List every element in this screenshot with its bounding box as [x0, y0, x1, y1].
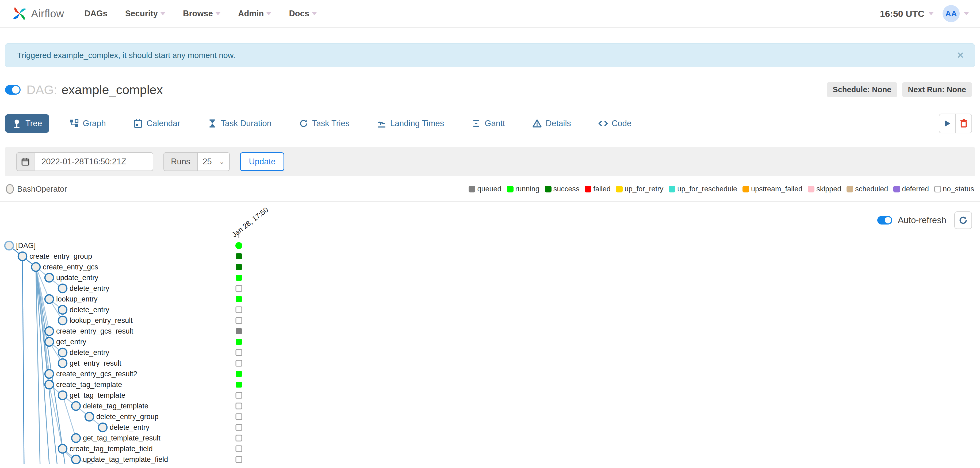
base-date-input[interactable]: [34, 152, 153, 171]
status-swatch-icon: [585, 186, 591, 192]
tree-node[interactable]: [45, 370, 54, 378]
tree-node[interactable]: [58, 316, 67, 325]
task-status-square[interactable]: [236, 403, 242, 409]
tree-node[interactable]: [45, 273, 54, 282]
task-status-square[interactable]: [236, 307, 242, 313]
tree-node[interactable]: [72, 402, 80, 410]
status-label: scheduled: [855, 185, 888, 193]
dag-actions: [939, 114, 972, 133]
task-status-square[interactable]: [236, 339, 242, 345]
trash-icon: [959, 119, 968, 128]
task-status-square[interactable]: [236, 317, 242, 324]
nav-item-dags[interactable]: DAGs: [84, 9, 108, 19]
tab-tree[interactable]: Tree: [5, 114, 49, 133]
task-name-label: get_entry_result: [70, 359, 121, 367]
schedule-badge[interactable]: Schedule: None: [827, 82, 897, 97]
tree-node[interactable]: [32, 263, 40, 271]
delete-dag-button[interactable]: [955, 114, 972, 133]
refresh-button[interactable]: [955, 211, 972, 229]
legend-item-success: success: [545, 185, 580, 193]
tree-node[interactable]: [72, 434, 80, 443]
tab-details[interactable]: Details: [525, 114, 578, 133]
nav-item-docs[interactable]: Docs: [289, 9, 317, 19]
chevron-down-icon: [312, 12, 317, 15]
filter-panel: Runs 25 ⌄ Update: [5, 147, 975, 176]
task-name-label: delete_entry_group: [96, 412, 159, 421]
tab-label: Task Duration: [221, 119, 272, 128]
nav-item-security[interactable]: Security: [125, 9, 165, 19]
tree-node[interactable]: [99, 423, 107, 432]
avatar: AA: [943, 5, 960, 22]
user-menu[interactable]: AA: [943, 5, 969, 22]
task-name-label: lookup_entry_result: [70, 316, 133, 324]
clock-menu[interactable]: 16:50 UTC: [880, 8, 934, 19]
task-name-label: create_entry_gcs_result: [56, 327, 134, 335]
nav-item-label: Security: [125, 9, 158, 19]
tab-label: Code: [612, 119, 632, 128]
task-status-square[interactable]: [236, 286, 242, 291]
task-status-square[interactable]: [236, 371, 242, 377]
tree-node[interactable]: [58, 391, 67, 400]
navbar-right: 16:50 UTC AA: [880, 5, 969, 22]
num-runs-select[interactable]: 25 ⌄: [197, 152, 230, 171]
task-name-label: get_entry: [56, 338, 86, 346]
task-status-square[interactable]: [236, 446, 242, 452]
tab-gantt[interactable]: Gantt: [465, 114, 512, 133]
nav-item-label: Admin: [238, 9, 264, 19]
tab-graph[interactable]: Graph: [63, 114, 113, 133]
legend-item-failed: failed: [585, 185, 611, 193]
tree-node[interactable]: [18, 252, 27, 260]
operator-dot-icon: [6, 184, 14, 194]
task-status-square[interactable]: [236, 435, 242, 441]
update-button[interactable]: Update: [240, 152, 284, 171]
dag-pause-toggle[interactable]: [5, 85, 21, 95]
task-status-square[interactable]: [236, 360, 242, 366]
airflow-brand[interactable]: Airflow: [11, 5, 64, 22]
tree-node[interactable]: [58, 348, 67, 357]
task-status-square[interactable]: [236, 382, 242, 387]
task-status-square[interactable]: [236, 328, 242, 334]
tree-node[interactable]: [45, 295, 54, 303]
operator-legend: BashOperator: [6, 184, 67, 194]
close-icon[interactable]: ✕: [957, 50, 964, 60]
tree-node[interactable]: [85, 412, 94, 421]
trigger-alert: Triggered example_complex, it should sta…: [5, 43, 975, 67]
task-status-square[interactable]: [236, 264, 242, 270]
tab-code[interactable]: Code: [591, 114, 638, 133]
legend-item-running: running: [507, 185, 539, 193]
tree-node[interactable]: [45, 338, 54, 346]
tree-node[interactable]: [58, 306, 67, 314]
tree-node[interactable]: [58, 444, 67, 453]
chevron-down-icon: [161, 12, 165, 15]
tab-task-duration[interactable]: Task Duration: [200, 114, 279, 133]
tab-task-tries[interactable]: Task Tries: [292, 114, 356, 133]
tab-calendar[interactable]: Calendar: [126, 114, 187, 133]
legend-item-scheduled: scheduled: [846, 185, 888, 193]
task-status-square[interactable]: [236, 275, 242, 281]
nav-item-label: Docs: [289, 9, 309, 19]
tree-node[interactable]: [5, 241, 13, 250]
task-status-square[interactable]: [236, 457, 242, 462]
task-status-square[interactable]: [236, 296, 242, 302]
status-swatch-icon: [616, 186, 623, 192]
nav-item-admin[interactable]: Admin: [238, 9, 271, 19]
auto-refresh-toggle[interactable]: [877, 216, 892, 225]
tree-node[interactable]: [45, 327, 54, 335]
task-status-square[interactable]: [236, 414, 242, 420]
tab-landing-times[interactable]: Landing Times: [370, 114, 451, 133]
view-tabs: TreeGraphCalendarTask DurationTask Tries…: [5, 114, 638, 133]
nav-item-browse[interactable]: Browse: [183, 9, 220, 19]
task-status-square[interactable]: [236, 350, 242, 355]
tree-node[interactable]: [58, 359, 67, 368]
tree-node[interactable]: [58, 284, 67, 293]
tree-node[interactable]: [45, 380, 54, 389]
tree-node[interactable]: [72, 455, 80, 464]
trigger-dag-button[interactable]: [939, 114, 955, 133]
task-status-square[interactable]: [236, 424, 242, 430]
task-name-label: lookup_entry: [56, 295, 98, 303]
task-status-square[interactable]: [236, 253, 242, 259]
dag-run-status-circle[interactable]: [235, 242, 242, 249]
retry-icon: [299, 119, 309, 128]
task-status-square[interactable]: [236, 392, 242, 398]
nav-menu: DAGsSecurityBrowseAdminDocs: [84, 9, 317, 19]
